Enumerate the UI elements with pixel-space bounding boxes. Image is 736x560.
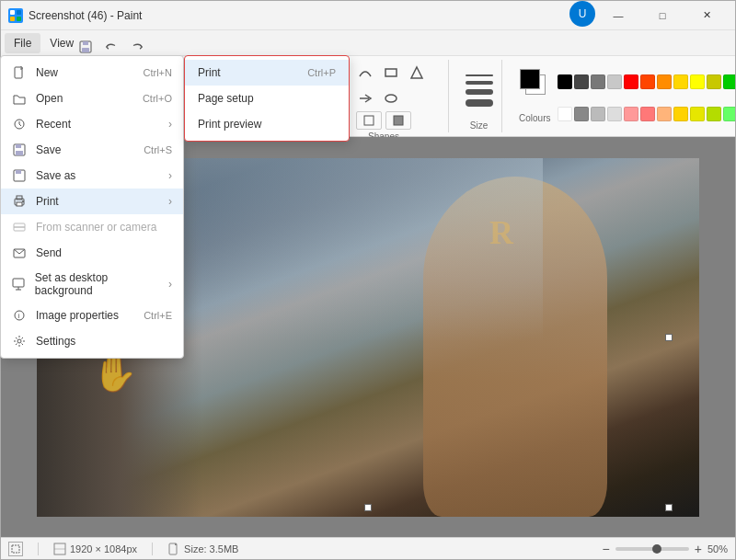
color-gray1[interactable] (591, 74, 605, 89)
close-button[interactable]: ✕ (685, 1, 728, 30)
ellipse-shape[interactable] (380, 87, 402, 109)
color-dark1[interactable] (574, 74, 589, 89)
recent-icon (12, 117, 27, 131)
window-title: Screenshot (46) - Paint (29, 9, 142, 22)
zoom-out-btn[interactable]: − (603, 542, 610, 556)
color-red[interactable] (624, 74, 638, 89)
svg-point-39 (22, 200, 24, 202)
title-bar-controls: U — □ ✕ (569, 1, 728, 30)
menu-item-props[interactable]: i Image properties Ctrl+E (1, 303, 183, 328)
file-size: Size: 3.5MB (184, 543, 238, 554)
minimize-button[interactable]: — (597, 1, 639, 30)
color-black[interactable] (558, 74, 572, 89)
print-submenu-print[interactable]: Print Ctrl+P (185, 60, 349, 86)
color-silver[interactable] (591, 107, 605, 121)
new-label: New (36, 66, 58, 79)
color-orange[interactable] (657, 74, 672, 89)
arrow-shape[interactable] (354, 87, 376, 109)
zoom-level: 50% (707, 543, 728, 554)
menu-item-desktop[interactable]: Set as desktop background › (1, 266, 183, 303)
svg-rect-0 (10, 10, 15, 15)
canvas-handle-bottom[interactable] (364, 504, 372, 511)
menu-item-print[interactable]: Print › (1, 189, 183, 214)
svg-rect-32 (16, 144, 21, 148)
size-label: Size (470, 120, 488, 131)
menu-file[interactable]: File (5, 33, 40, 53)
color-orange-red[interactable] (640, 74, 655, 89)
color-salmon[interactable] (640, 107, 655, 121)
open-shortcut: Ctrl+O (143, 93, 172, 104)
open-label: Open (36, 92, 63, 105)
dimensions-display: 1920 × 1084px (53, 543, 137, 555)
divider-1 (38, 543, 39, 555)
status-bar: 1920 × 1084px Size: 3.5MB − + 50% (1, 537, 735, 559)
color-light-green[interactable] (723, 107, 736, 121)
select-icon (8, 542, 23, 556)
menu-item-save[interactable]: Save Ctrl+S (1, 137, 183, 163)
menu-item-open[interactable]: Open Ctrl+O (1, 86, 183, 111)
menu-item-saveas[interactable]: Save as › (1, 163, 183, 189)
settings-icon (12, 334, 27, 349)
menu-item-recent[interactable]: Recent › (1, 111, 183, 137)
color-green[interactable] (723, 74, 736, 89)
scanner-label: From scanner or camera (36, 221, 156, 234)
menu-item-send[interactable]: Send (1, 240, 183, 266)
color-very-light[interactable] (607, 107, 622, 121)
size-group: Size (456, 60, 502, 132)
file-size-display: Size: 3.5MB (167, 543, 238, 555)
color-mid-gray[interactable] (574, 107, 589, 121)
outline-btn[interactable] (356, 111, 382, 130)
zoom-slider[interactable] (615, 547, 689, 551)
color-amber[interactable] (673, 107, 688, 121)
colors-label: Colours (519, 113, 550, 123)
color-yellow[interactable] (673, 74, 688, 89)
curve-shape[interactable] (354, 62, 376, 84)
svg-rect-23 (364, 116, 374, 125)
size-4[interactable] (466, 99, 493, 107)
svg-rect-3 (17, 17, 21, 21)
print-submenu-pagesetup[interactable]: Page setup (185, 86, 349, 111)
fg-color-swatch[interactable] (520, 69, 540, 89)
color-olive[interactable] (707, 74, 721, 89)
save-label: Save (36, 143, 61, 156)
send-label: Send (36, 246, 62, 259)
menu-item-new[interactable]: New Ctrl+N (1, 60, 183, 86)
save-shortcut: Ctrl+S (144, 144, 172, 155)
size-3[interactable] (466, 89, 493, 95)
fill-shape-btn[interactable] (385, 111, 411, 130)
print-submenu-print-shortcut: Ctrl+P (307, 67, 336, 78)
menu-item-scanner: From scanner or camera (1, 214, 183, 240)
canvas-handle-corner[interactable] (665, 504, 673, 511)
rect-shape[interactable] (380, 62, 402, 84)
zoom-controls: − + 50% (603, 542, 728, 556)
maximize-button[interactable]: □ (641, 1, 684, 30)
zoom-thumb[interactable] (652, 544, 661, 554)
size-1[interactable] (466, 74, 493, 76)
svg-rect-6 (82, 48, 89, 52)
color-peach[interactable] (657, 107, 672, 121)
size-2[interactable] (466, 81, 493, 85)
new-shortcut: Ctrl+N (144, 67, 172, 78)
zoom-in-btn[interactable]: + (695, 542, 702, 556)
triangle-shape[interactable] (406, 62, 428, 84)
color-light-yellow[interactable] (690, 107, 705, 121)
color-white[interactable] (558, 107, 572, 121)
color-lime[interactable] (707, 107, 721, 121)
props-shortcut: Ctrl+E (144, 310, 172, 321)
svg-point-48 (17, 339, 21, 343)
desktop-arrow: › (168, 278, 172, 291)
svg-rect-1 (17, 10, 21, 15)
image-dimensions: 1920 × 1084px (70, 543, 137, 554)
svg-rect-43 (13, 279, 24, 287)
color-gray2[interactable] (607, 74, 622, 89)
svg-rect-35 (16, 170, 21, 174)
print-submenu-preview[interactable]: Print preview (185, 111, 349, 137)
color-light-red[interactable] (624, 107, 638, 121)
color-bright-yellow[interactable] (690, 74, 705, 89)
props-icon: i (12, 308, 27, 323)
svg-marker-20 (411, 67, 422, 78)
recent-arrow: › (168, 118, 172, 131)
svg-rect-33 (16, 151, 23, 155)
menu-item-settings[interactable]: Settings (1, 328, 183, 354)
canvas-handle-right[interactable] (665, 334, 673, 341)
